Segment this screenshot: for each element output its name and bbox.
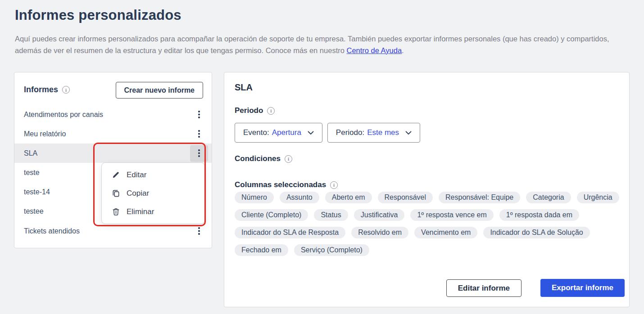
column-chip: Indicador do SLA de Resposta [235,227,345,238]
report-row-label: SLA [24,149,37,157]
column-chip: Vencimento em [414,227,477,238]
column-chip: Cliente (Completo) [235,209,308,221]
help-center-link[interactable]: Centro de Ayuda [346,46,402,54]
reports-panel-title: Informes [24,85,58,94]
report-row-label: Atendimentos por canais [24,111,103,119]
report-row-label: testee [24,207,44,215]
conditions-section-label: Condiciones [235,154,292,163]
event-dropdown-value: Apertura [272,128,301,137]
column-chip: Status [314,209,348,221]
page-title: Informes personalizados [15,7,181,23]
kebab-dots [198,153,200,154]
column-chip: Responsável: Equipe [439,192,520,203]
period-dropdown-value: Este mes [367,128,399,137]
report-detail-title: SLA [235,82,253,93]
event-dropdown-label: Evento: [243,128,269,137]
menu-item-label: Copiar [127,189,149,198]
menu-item-label: Editar [127,170,146,179]
report-row-meu-relatorio[interactable]: Meu relatório [14,124,212,144]
period-dropdown-label: Periodo: [336,128,364,137]
chevron-down-icon [405,131,412,135]
info-icon[interactable] [285,155,292,163]
column-chip: Fechado em [235,244,288,256]
column-chip: Categoria [526,192,571,203]
report-row-label: teste [24,169,40,177]
kebab-menu-icon[interactable] [190,126,208,142]
column-chip: Aberto em [325,192,372,203]
reports-panel-header: Informes [24,85,70,94]
description-period: . [402,46,404,54]
export-report-button[interactable]: Exportar informe [540,279,625,297]
report-row-atendimentos[interactable]: Atendimentos por canais [14,105,212,124]
report-row-sla[interactable]: SLA [14,144,212,163]
kebab-menu-icon[interactable] [190,145,208,161]
kebab-dots [198,114,200,116]
kebab-menu-icon[interactable] [190,223,208,239]
create-report-button[interactable]: Crear nuevo informe [116,82,203,99]
info-icon[interactable] [267,107,275,115]
period-dropdown[interactable]: Periodo: Este mes [327,123,420,143]
chevron-down-icon [308,131,314,135]
copy-icon [112,189,121,198]
kebab-menu-icon[interactable] [190,106,208,123]
period-section-label: Periodo [235,106,275,115]
kebab-dots [198,133,200,135]
info-icon[interactable] [62,86,70,94]
column-chip: 1º resposta vence em [410,209,493,221]
event-dropdown[interactable]: Evento: Apertura [235,123,322,143]
column-chip: 1º resposta dada em [499,209,579,221]
page-description: Aquí puedes crear informes personalizado… [15,33,632,56]
menu-item-edit[interactable]: Editar [102,166,204,184]
menu-item-copy[interactable]: Copiar [102,184,204,202]
columns-label-text: Columnas seleccionadas [235,180,326,189]
menu-item-label: Eliminar [127,207,154,216]
column-chip: Serviço (Completo) [294,244,369,256]
report-context-menu: Editar Copiar Eliminar [101,162,205,224]
selected-columns-list: Número Assunto Aberto em Responsável Res… [235,192,621,256]
report-row-label: Meu relatório [24,130,66,138]
period-filters: Evento: Apertura Periodo: Este mes [235,123,420,143]
column-chip: Indicador do SLA de Solução [483,227,590,238]
kebab-dots [198,230,200,232]
report-row-label: teste-14 [24,188,50,196]
report-row-label: Tickets atendidos [24,227,80,235]
columns-section-label: Columnas seleccionadas [235,180,338,189]
report-row-tickets-atendidos[interactable]: Tickets atendidos [14,221,212,241]
column-chip: Resolvido em [351,227,408,238]
report-detail-panel: SLA Periodo Evento: Apertura Periodo: Es… [224,72,630,307]
column-chip: Número [235,192,274,203]
description-text: Aquí puedes crear informes personalizado… [15,35,609,54]
pencil-icon [112,170,121,179]
trash-icon [112,207,121,216]
column-chip: Responsável [378,192,433,203]
column-chip: Justificativa [354,209,405,221]
column-chip: Urgência [577,192,619,203]
conditions-label-text: Condiciones [235,154,281,163]
column-chip: Assunto [280,192,319,203]
info-icon[interactable] [330,181,338,189]
period-label-text: Periodo [235,106,263,115]
edit-report-button[interactable]: Editar informe [446,279,522,297]
menu-item-delete[interactable]: Eliminar [102,202,204,221]
